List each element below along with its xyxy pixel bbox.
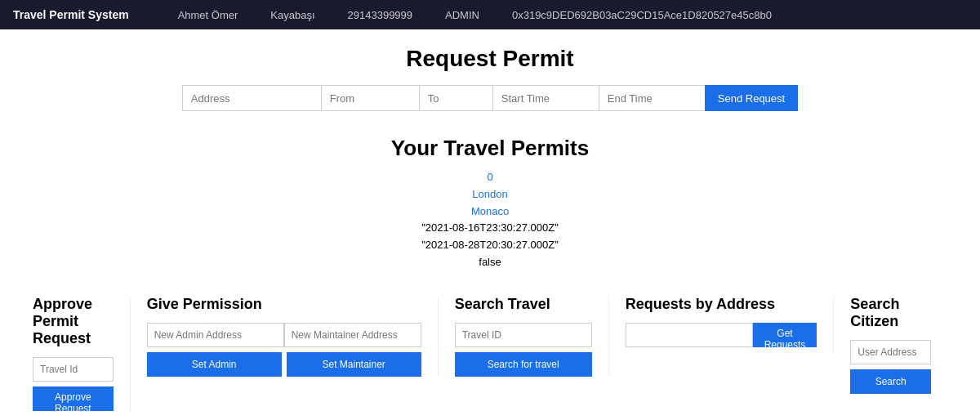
approve-travel-id-input[interactable]: [33, 357, 114, 382]
permit-data: 0 London Monaco "2021-08-16T23:30:27.000…: [33, 169, 947, 271]
search-travel-section: Search Travel Search for travel: [439, 296, 609, 377]
set-maintainer-button[interactable]: Set Maintainer: [287, 352, 421, 377]
nav-user: Ahmet Ömer: [178, 9, 238, 21]
set-admin-button[interactable]: Set Admin: [147, 352, 282, 377]
admin-row: Approve Permit Request Approve Request G…: [33, 296, 947, 411]
new-maintainer-input[interactable]: [284, 323, 421, 347]
start-time-input[interactable]: [492, 85, 599, 111]
nav-location: Kayabaşı: [270, 9, 314, 21]
permit-id: 0: [33, 169, 947, 186]
requests-by-address-title: Requests by Address: [626, 296, 817, 313]
requests-address-row: 0x319c9DED692B03aC29 Get Requests: [626, 323, 817, 347]
travel-id-search-input[interactable]: [455, 323, 592, 347]
user-address-input[interactable]: [850, 340, 931, 364]
get-requests-button[interactable]: Get Requests: [753, 323, 817, 347]
from-input[interactable]: [321, 85, 419, 111]
end-time-input[interactable]: [599, 85, 705, 111]
permit-form: Send Request: [33, 85, 947, 111]
permit-end-time: "2021-08-28T20:30:27.000Z": [33, 237, 947, 254]
give-permission-inputs: [147, 323, 421, 347]
approve-request-button[interactable]: Approve Request: [33, 386, 114, 411]
nav-wallet: 0x319c9DED692B03aC29CD15Ace1D820527e45c8…: [512, 9, 772, 21]
search-travel-row: [455, 323, 592, 347]
search-citizen-section: Search Citizen Search: [834, 296, 947, 394]
brand-name: Travel Permit System: [13, 8, 129, 21]
travel-permits-title: Your Travel Permits: [33, 136, 947, 161]
give-permission-buttons: Set Admin Set Maintainer: [147, 352, 421, 377]
approve-permit-title: Approve Permit Request: [33, 296, 114, 347]
requests-by-address-section: Requests by Address 0x319c9DED692B03aC29…: [609, 296, 835, 352]
search-for-travel-button[interactable]: Search for travel: [455, 352, 592, 377]
to-input[interactable]: [419, 85, 492, 111]
permit-from: London: [33, 186, 947, 203]
approve-permit-section: Approve Permit Request Approve Request: [33, 296, 131, 411]
navbar: Travel Permit System Ahmet Ömer Kayabaşı…: [0, 0, 980, 29]
permit-status: false: [33, 254, 947, 271]
nav-phone: 29143399999: [348, 9, 413, 21]
permit-start-time: "2021-08-16T23:30:27.000Z": [33, 220, 947, 237]
give-permission-section: Give Permission Set Admin Set Maintainer: [131, 296, 439, 377]
send-request-button[interactable]: Send Request: [705, 85, 798, 111]
requests-address-input[interactable]: 0x319c9DED692B03aC29: [626, 323, 753, 347]
request-permit-title: Request Permit: [33, 46, 947, 72]
give-permission-title: Give Permission: [147, 296, 421, 313]
search-citizen-title: Search Citizen: [850, 296, 931, 330]
new-admin-input[interactable]: [147, 323, 284, 347]
permit-to: Monaco: [33, 203, 947, 221]
main-content: Request Permit Send Request Your Travel …: [0, 29, 980, 420]
travel-permits-section: Your Travel Permits 0 London Monaco "202…: [33, 136, 947, 271]
search-citizen-button[interactable]: Search: [850, 369, 931, 394]
address-input[interactable]: [182, 85, 321, 111]
search-travel-title: Search Travel: [455, 296, 592, 313]
nav-role: ADMIN: [445, 9, 479, 21]
